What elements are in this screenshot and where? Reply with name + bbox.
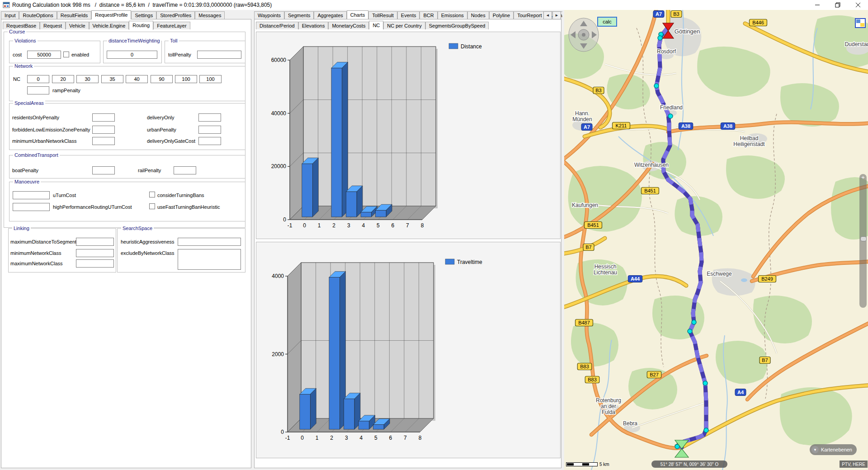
- tab-scroll-left-button[interactable]: ◀: [543, 11, 552, 19]
- tab-scroll-right-button[interactable]: ▶: [552, 11, 561, 19]
- main-tab-requestprofile[interactable]: RequestProfile: [91, 10, 131, 19]
- delivery-only-gate-cost-input[interactable]: [198, 137, 221, 145]
- distance-chart-panel: 0200004000060000-1012345678Distance: [256, 32, 561, 239]
- result-tab-nodes[interactable]: Nodes: [467, 11, 489, 19]
- zoom-in-icon[interactable]: +: [859, 174, 867, 181]
- result-tab-waypoints[interactable]: Waypoints: [254, 11, 284, 19]
- exclude-by-network-class-input[interactable]: [178, 249, 241, 270]
- profile-tab-routing[interactable]: Routing: [129, 21, 153, 30]
- overview-map-icon[interactable]: [855, 18, 866, 30]
- result-tab-aggregates[interactable]: Aggregates: [314, 11, 346, 19]
- nc-input-6[interactable]: [175, 75, 197, 83]
- minimum-urban-network-class-input[interactable]: [92, 137, 115, 145]
- window-title: Routing Calculation took 998 ms / distan…: [12, 2, 272, 8]
- maximum-network-class-input[interactable]: [76, 259, 114, 268]
- nc-input-3[interactable]: [101, 75, 123, 83]
- charts-tabbody: Distance/PeriodElevationsMonetaryCostsNC…: [254, 19, 561, 468]
- y-tick-label: 0: [281, 429, 284, 435]
- profile-tab-vehicle-engine[interactable]: Vehicle.Engine: [89, 22, 129, 29]
- profile-tab-featurelayer[interactable]: FeatureLayer: [153, 22, 190, 29]
- nc-input-7[interactable]: [199, 75, 222, 83]
- distance-chart: 0200004000060000-1012345678Distance: [256, 32, 560, 239]
- main-tab-routeoptions[interactable]: RouteOptions: [19, 11, 57, 19]
- chart-tab-monetarycosts[interactable]: MonetaryCosts: [328, 22, 369, 29]
- urban-penalty-label: urbanPenalty: [147, 127, 176, 132]
- chart-tab-distance-period[interactable]: Distance/Period: [256, 22, 298, 29]
- profile-tab-requestbase[interactable]: RequestBase: [3, 22, 40, 29]
- main-tab-resultfields[interactable]: ResultFields: [57, 11, 92, 19]
- waypoint-dot[interactable]: [704, 428, 708, 432]
- distance-time-weighting-input[interactable]: [107, 51, 157, 59]
- map-layers-button[interactable]: ▼ Kartenebenen: [810, 444, 857, 455]
- main-tab-settings[interactable]: Settings: [131, 11, 156, 19]
- restore-button[interactable]: [827, 0, 848, 10]
- result-tab-charts[interactable]: Charts: [347, 10, 368, 19]
- result-tab-tourreport[interactable]: TourReport: [514, 11, 545, 19]
- minimum-network-class-input[interactable]: [76, 249, 114, 257]
- result-tab-tollresult[interactable]: TollResult: [368, 11, 397, 19]
- enabled-checkbox[interactable]: [63, 52, 69, 57]
- toll-penalty-label: tollPenalty: [168, 52, 191, 57]
- results-panel: WaypointsSegmentsAggregatesChartsTollRes…: [253, 10, 562, 469]
- use-fast-turning-ban-heuristic-checkbox[interactable]: [149, 203, 155, 209]
- map-panel[interactable]: A7B3B446B3A7K211A38A38B451B451B7A44B249B…: [564, 10, 868, 470]
- heuristic-aggressiveness-input[interactable]: [178, 238, 241, 246]
- profile-tab-vehicle[interactable]: Vehicle: [66, 22, 89, 29]
- waypoint-dot[interactable]: [692, 320, 696, 324]
- result-tab-events[interactable]: Events: [397, 11, 420, 19]
- waypoint-dot[interactable]: [688, 329, 692, 334]
- main-tab-input[interactable]: Input: [1, 11, 19, 19]
- result-tab-polyline[interactable]: Polyline: [489, 11, 514, 19]
- urban-penalty-input[interactable]: [198, 126, 221, 134]
- zoom-slider-handle[interactable]: [860, 236, 867, 241]
- waypoint-dot[interactable]: [654, 84, 659, 88]
- minimize-button[interactable]: [807, 0, 827, 10]
- zoom-slider[interactable]: +: [859, 174, 867, 308]
- profile-tab-request[interactable]: Request: [40, 22, 66, 29]
- residents-only-penalty-input[interactable]: [92, 113, 115, 122]
- nc-input-2[interactable]: [76, 75, 99, 83]
- delivery-only-input[interactable]: [198, 113, 221, 122]
- close-button[interactable]: [848, 0, 868, 10]
- road-shield-b446: B446: [750, 19, 767, 26]
- minimum-network-class-label: minimumNetworkClass: [10, 250, 61, 256]
- boat-penalty-input[interactable]: [92, 166, 115, 174]
- nc-input-4[interactable]: [126, 75, 148, 83]
- chart-tab-segmentsgroupbyspeed[interactable]: SegmentsGroupBySpeed: [425, 22, 489, 29]
- nc-input-1[interactable]: [52, 75, 74, 83]
- nc-input-0[interactable]: [27, 75, 49, 83]
- rail-penalty-input[interactable]: [174, 166, 196, 174]
- chart-tab-nc-per-country[interactable]: NC per Country: [383, 22, 425, 29]
- nc-input-5[interactable]: [151, 75, 173, 83]
- x-tick-label: 7: [406, 222, 409, 229]
- map-canvas[interactable]: A7B3B446B3A7K211A38A38B451B451B7A44B249B…: [564, 10, 868, 470]
- high-performance-routing-u-turn-cost-input[interactable]: [13, 203, 50, 211]
- request-profile-panel: InputRouteOptionsResultFieldsRequestProf…: [0, 10, 252, 469]
- maximum-distance-to-segment-input[interactable]: [76, 238, 114, 246]
- bar-nc-3: [344, 393, 360, 429]
- x-tick-label: -1: [285, 435, 290, 441]
- request-profile-tabbody: RequestBaseRequestVehicleVehicle.EngineR…: [1, 19, 251, 468]
- calc-button[interactable]: calc: [597, 17, 617, 27]
- main-tab-storedprofiles[interactable]: StoredProfiles: [156, 11, 195, 19]
- waypoint-dot[interactable]: [703, 381, 708, 385]
- u-turn-cost-input[interactable]: [13, 191, 50, 199]
- waypoint-dot[interactable]: [668, 114, 673, 118]
- cost-input[interactable]: [27, 51, 61, 59]
- high-performance-routing-u-turn-cost-label: highPerformanceRoutingUTurnCost: [53, 204, 132, 210]
- result-tab-segments[interactable]: Segments: [284, 11, 314, 19]
- road-shield-b451: B451: [585, 222, 602, 229]
- result-tab-bcr[interactable]: BCR: [420, 11, 437, 19]
- svg-text:A38: A38: [723, 123, 732, 129]
- ramp-penalty-input[interactable]: [27, 86, 49, 94]
- forbidden-low-emission-zone-penalty-input[interactable]: [92, 126, 115, 134]
- main-tab-messages[interactable]: Messages: [195, 11, 225, 19]
- result-tab-emissions[interactable]: Emissions: [438, 11, 467, 19]
- chart-tab-elevations[interactable]: Elevations: [298, 22, 329, 29]
- waypoint-dot[interactable]: [658, 36, 662, 40]
- pan-compass-control[interactable]: [566, 17, 601, 54]
- x-tick-label: 5: [374, 435, 377, 441]
- chart-tab-nc[interactable]: NC: [369, 21, 383, 29]
- toll-penalty-input[interactable]: [197, 51, 241, 59]
- consider-turning-bans-checkbox[interactable]: [149, 192, 155, 197]
